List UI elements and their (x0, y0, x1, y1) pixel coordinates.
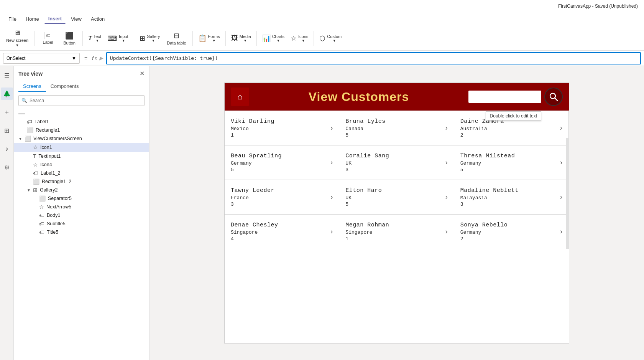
menu-home[interactable]: Home (22, 15, 43, 23)
tree-item-gallery2[interactable]: ▼ ⊞ Gallery2 (14, 186, 149, 194)
custom-icon: ⬡ (319, 34, 325, 43)
divider-7 (314, 31, 314, 46)
tree-item-subtitle5[interactable]: 🏷 Subtitle5 (14, 220, 149, 228)
formula-input[interactable] (110, 55, 637, 61)
search-textinput[interactable] (468, 91, 541, 103)
customer-info: Sonya Rebello Germany 2 (460, 222, 557, 242)
tree-close-icon[interactable]: ✕ (140, 70, 145, 77)
home-button[interactable]: ⌂ (231, 88, 249, 106)
home-icon: ⌂ (237, 92, 242, 102)
datatable-button[interactable]: ⊟ Data table (164, 28, 189, 49)
customer-cell[interactable]: Tawny Leeder France 3 › (225, 180, 339, 215)
customer-country: Canada (345, 126, 442, 132)
menu-action[interactable]: Action (87, 15, 108, 23)
svg-line-1 (555, 98, 557, 101)
customer-cell[interactable]: Sonya Rebello Germany 2 › (454, 215, 569, 249)
icons-dropdown[interactable]: ☆ Icons ▼ (288, 28, 310, 49)
tree-item-nextarrow5[interactable]: ☆ NextArrow5 (14, 203, 149, 211)
tree-item-rect1-2[interactable]: ⬜ Rectangle1_2 (14, 177, 149, 186)
menu-file[interactable]: File (5, 15, 20, 23)
input-dropdown[interactable]: ⌨ Input ▼ (105, 28, 130, 49)
subtitle5-item-icon: 🏷 (39, 221, 44, 227)
charts-dropdown[interactable]: 📊 Charts ▼ (260, 28, 287, 49)
media-side-icon[interactable]: ♪ (1, 143, 13, 155)
customer-cell[interactable]: Megan Rohman Singapore 1 › (339, 215, 454, 249)
label-label: Label (43, 40, 53, 45)
tree-item-title5[interactable]: 🏷 Title5 (14, 228, 149, 236)
customer-name: Sonya Rebello (460, 222, 557, 228)
chevron-right-icon: › (445, 193, 448, 201)
search-button[interactable] (544, 88, 563, 106)
tree-item-body1[interactable]: 🏷 Body1 (14, 211, 149, 220)
new-screen-icon: 🖥 (14, 29, 21, 37)
divider-1 (34, 31, 35, 46)
tree-header: Tree view ✕ (14, 66, 149, 81)
tab-screens[interactable]: Screens (18, 81, 46, 92)
customer-number: 3 (231, 201, 327, 207)
customer-name: Beau Spratling (231, 153, 327, 159)
customer-cell[interactable]: Madaline Neblett Malayasia 3 › (454, 180, 569, 215)
customer-number: 5 (460, 167, 557, 173)
customer-cell[interactable]: Denae Chesley Singapore 4 › (225, 215, 339, 249)
item-title5-text: Title5 (47, 230, 145, 235)
tree-item-icon4[interactable]: ☆ Icon4 (14, 160, 149, 169)
customer-cell[interactable]: Viki Darling Mexico 1 › (225, 111, 339, 145)
menu-insert[interactable]: Insert (44, 14, 66, 24)
customer-cell[interactable]: Bruna Lyles Canada 5 › (339, 111, 454, 145)
label1-2-item-icon: 🏷 (33, 170, 38, 176)
tree-item-label1-2[interactable]: 🏷 Label1_2 (14, 169, 149, 177)
insert-icon[interactable]: ＋ (1, 106, 13, 118)
customer-number: 5 (345, 201, 442, 207)
customer-cell[interactable]: Daine Zamora Australia 2 › (454, 111, 569, 145)
customer-country: Mexico (231, 126, 327, 132)
tree-item-viewcustomers[interactable]: ▼ ⬜ ViewCustomersScreen (14, 134, 149, 143)
new-screen-chevron-icon: ▼ (16, 43, 19, 47)
formula-selector[interactable]: OnSelect ▼ (3, 53, 80, 64)
tree-collapse-bar[interactable]: — (14, 109, 149, 117)
custom-dropdown[interactable]: ⬡ Custom ▼ (317, 28, 344, 49)
hamburger-icon[interactable]: ☰ (1, 69, 13, 81)
search-input[interactable] (18, 95, 145, 106)
forms-label: Forms (208, 34, 220, 39)
customer-country: Germany (460, 160, 557, 166)
ribbon-button-btn[interactable]: ⬛ Button (59, 28, 79, 49)
customer-name: Thresa Milstead (460, 153, 557, 159)
tree-item-label1[interactable]: 🏷 Label1 (14, 117, 149, 126)
tree-item-rectangle1[interactable]: ⬜ Rectangle1 (14, 126, 149, 134)
tree-item-icon1[interactable]: ☆ Icon1 ··· (14, 143, 149, 152)
tree-icon[interactable]: 🌲 (1, 88, 13, 100)
tree-item-textinput1[interactable]: T TextInput1 (14, 152, 149, 160)
customer-info: Thresa Milstead Germany 5 (460, 153, 557, 173)
customer-info: Tawny Leeder France 3 (231, 187, 327, 207)
gallery-dropdown[interactable]: ⊞ Gallery ▼ (137, 28, 163, 49)
new-screen-button[interactable]: 🖥 New screen ▼ (3, 28, 31, 49)
scrollbar[interactable] (566, 138, 569, 249)
input-icon: ⌨ (107, 34, 117, 43)
customer-cell[interactable]: Thresa Milstead Germany 5 › (454, 145, 569, 180)
tab-components[interactable]: Components (46, 81, 84, 92)
customer-cell[interactable]: Beau Spratling Germany 5 › (225, 145, 339, 180)
icons-icon: ☆ (291, 34, 297, 43)
customer-cell[interactable]: Elton Haro UK 5 › (339, 180, 454, 215)
forms-dropdown[interactable]: 📋 Forms ▼ (196, 28, 222, 49)
tree-item-separator5[interactable]: ⬜ Separator5 (14, 194, 149, 203)
divider-4 (192, 31, 193, 46)
customer-info: Daine Zamora Australia 2 (460, 118, 557, 138)
nextarrow5-item-icon: ☆ (39, 204, 44, 210)
input-label: Input (119, 34, 128, 39)
customer-info: Beau Spratling Germany 5 (231, 153, 327, 173)
chevron-right-icon: › (330, 228, 333, 236)
icons-label: Icons (298, 34, 308, 39)
data-icon[interactable]: ⊞ (1, 124, 13, 137)
media-dropdown[interactable]: 🖼 Media ▼ (229, 28, 253, 49)
menu-view[interactable]: View (67, 15, 85, 23)
gallery-label: Gallery (147, 34, 160, 39)
tools-icon[interactable]: ⚙ (1, 161, 13, 173)
customer-info: Denae Chesley Singapore 4 (231, 222, 327, 242)
text-dropdown[interactable]: T Text ▼ (86, 28, 104, 49)
customer-name: Megan Rohman (345, 222, 442, 228)
customer-cell[interactable]: Coralie Sang UK 3 › (339, 145, 454, 180)
media-label: Media (240, 34, 251, 39)
customer-info: Viki Darling Mexico 1 (231, 118, 327, 138)
label-button[interactable]: 🏷 Label (38, 28, 58, 49)
